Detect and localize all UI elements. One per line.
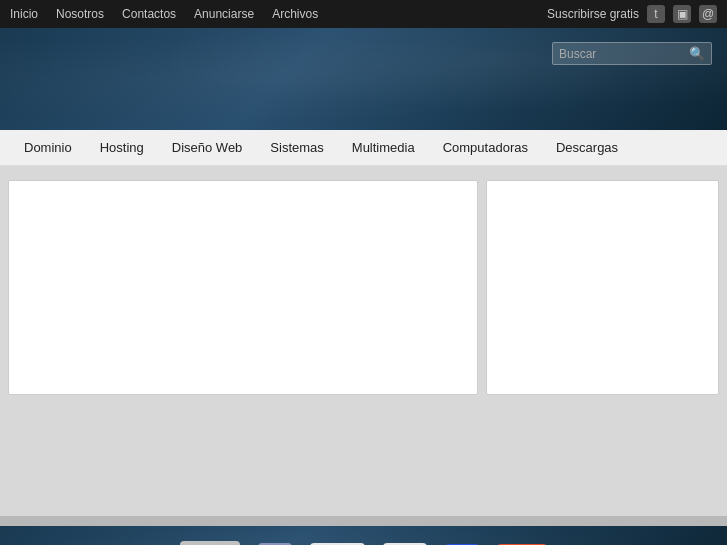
cat-hosting[interactable]: Hosting — [86, 132, 158, 163]
logo-cpanel: © cPanel — [180, 541, 241, 545]
nav-contactos[interactable]: Contactos — [122, 7, 176, 21]
cat-sistemas[interactable]: Sistemas — [256, 132, 337, 163]
cat-dominio[interactable]: Dominio — [10, 132, 86, 163]
spacer-bar — [0, 516, 727, 526]
nav-inicio[interactable]: Inicio — [10, 7, 38, 21]
top-navigation: Inicio Nosotros Contactos Anunciarse Arc… — [0, 0, 727, 28]
category-navigation: Dominio Hosting Diseño Web Sistemas Mult… — [0, 130, 727, 166]
content-box-right — [486, 180, 719, 395]
cat-multimedia[interactable]: Multimedia — [338, 132, 429, 163]
social-twitter-icon[interactable]: t — [647, 5, 665, 23]
search-box[interactable]: 🔍 — [552, 42, 712, 65]
social-email-icon[interactable]: @ — [699, 5, 717, 23]
top-nav-links: Inicio Nosotros Contactos Anunciarse Arc… — [10, 7, 318, 21]
nav-anunciarse[interactable]: Anunciarse — [194, 7, 254, 21]
top-nav-right: Suscribirse gratis t ▣ @ — [547, 5, 717, 23]
content-area — [0, 166, 727, 516]
footer: © cPanel php MySQL. AJAX CSS HTML 5 — [0, 526, 727, 545]
nav-archivos[interactable]: Archivos — [272, 7, 318, 21]
search-input[interactable] — [559, 47, 689, 61]
subscribe-label: Suscribirse gratis — [547, 7, 639, 21]
social-feed-icon[interactable]: ▣ — [673, 5, 691, 23]
cat-diseno-web[interactable]: Diseño Web — [158, 132, 257, 163]
content-inner — [8, 174, 719, 401]
search-button[interactable]: 🔍 — [689, 46, 705, 61]
header-banner: 🔍 — [0, 28, 727, 130]
nav-nosotros[interactable]: Nosotros — [56, 7, 104, 21]
content-box-left — [8, 180, 478, 395]
cat-descargas[interactable]: Descargas — [542, 132, 632, 163]
cat-computadoras[interactable]: Computadoras — [429, 132, 542, 163]
